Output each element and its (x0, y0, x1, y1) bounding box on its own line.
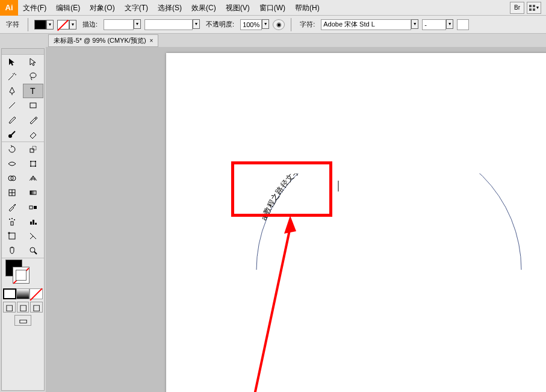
eyedropper-tool[interactable] (2, 200, 22, 214)
rotate-tool[interactable] (2, 142, 22, 157)
svg-rect-7 (30, 103, 36, 108)
slice-tool[interactable] (23, 229, 43, 243)
menu-type[interactable]: 文字(T) (120, 0, 153, 16)
close-tab-icon[interactable]: × (150, 37, 154, 44)
stroke-label: 描边: (80, 20, 100, 29)
column-graph-tool[interactable] (23, 214, 43, 229)
bridge-button[interactable]: Br (510, 2, 524, 14)
font-family-control[interactable]: ▼ (321, 19, 418, 30)
opacity-control[interactable]: ▼ (240, 19, 269, 30)
character-label: 字符 (4, 20, 22, 29)
svg-point-12 (30, 161, 31, 162)
svg-marker-39 (284, 216, 296, 234)
draw-normal[interactable]: ◻ (3, 302, 16, 313)
recolor-artwork-icon[interactable]: ◉ (273, 19, 285, 30)
type-tool[interactable]: T (23, 84, 43, 98)
stroke-color-control[interactable]: ▼ (57, 20, 76, 30)
stroke-weight-control[interactable]: ▼ (104, 19, 141, 30)
pencil-tool[interactable] (23, 113, 43, 127)
menu-window[interactable]: 窗口(W) (255, 0, 290, 16)
tool-panel-grip[interactable] (2, 49, 44, 55)
paintbrush-tool[interactable] (2, 113, 22, 127)
menu-select[interactable]: 选择(S) (153, 0, 187, 16)
document-tab-bar: 未标题-5* @ 99% (CMYK/预览) × (0, 34, 546, 47)
svg-point-27 (14, 219, 15, 220)
color-mode-row (2, 287, 44, 300)
color-mode-solid[interactable] (3, 288, 16, 299)
svg-rect-21 (30, 191, 36, 194)
blob-brush-tool[interactable] (2, 127, 22, 142)
arrange-documents-button[interactable]: ▼ (527, 2, 541, 14)
hand-tool[interactable] (2, 243, 22, 258)
stroke-swatch[interactable] (13, 267, 29, 284)
screen-mode-button[interactable]: ▭ (14, 315, 31, 326)
svg-line-38 (250, 228, 290, 392)
symbol-sprayer-tool[interactable] (2, 214, 22, 229)
color-mode-gradient[interactable] (16, 288, 29, 299)
artboard-tool[interactable] (2, 229, 22, 243)
menu-items: 文件(F) 编辑(E) 对象(O) 文字(T) 选择(S) 效果(C) 视图(V… (18, 0, 324, 16)
mesh-tool[interactable] (2, 185, 22, 200)
svg-rect-2 (529, 8, 532, 11)
menu-file[interactable]: 文件(F) (18, 0, 51, 16)
svg-rect-29 (33, 220, 34, 225)
menu-view[interactable]: 视图(V) (221, 0, 255, 16)
svg-point-13 (35, 161, 36, 162)
menubar: Ai 文件(F) 编辑(E) 对象(O) 文字(T) 选择(S) 效果(C) 视… (0, 0, 546, 16)
line-tool[interactable] (2, 98, 22, 113)
menu-object[interactable]: 对象(O) (85, 0, 119, 16)
eraser-tool[interactable] (23, 127, 43, 142)
svg-point-25 (9, 219, 10, 220)
character-panel-label: 字符: (297, 20, 317, 29)
menu-effect[interactable]: 效果(C) (187, 0, 221, 16)
scale-tool[interactable] (23, 142, 43, 157)
svg-line-35 (34, 252, 37, 254)
svg-rect-24 (11, 222, 13, 225)
menu-edit[interactable]: 编辑(E) (51, 0, 85, 16)
svg-rect-1 (533, 5, 535, 7)
pen-tool[interactable] (2, 84, 22, 98)
direct-selection-tool[interactable] (23, 55, 43, 69)
font-style-control[interactable]: ▼ (422, 19, 453, 30)
svg-text:T: T (30, 86, 36, 96)
svg-rect-23 (34, 206, 37, 209)
svg-rect-28 (30, 222, 32, 225)
variable-width-profile[interactable]: ▼ (144, 19, 200, 30)
svg-rect-0 (529, 5, 532, 7)
menu-help[interactable]: 帮助(H) (290, 0, 324, 16)
document-tab[interactable]: 未标题-5* @ 99% (CMYK/预览) × (48, 34, 158, 47)
blend-tool[interactable] (23, 200, 43, 214)
draw-mode-row: ◻ ◻ ◻ (2, 300, 44, 314)
svg-rect-10 (33, 146, 36, 150)
free-transform-tool[interactable] (23, 157, 43, 171)
draw-behind[interactable]: ◻ (17, 302, 29, 313)
svg-rect-11 (31, 161, 36, 166)
shape-builder-tool[interactable] (2, 171, 22, 185)
gradient-tool[interactable] (23, 185, 43, 200)
app-logo: Ai (0, 0, 18, 16)
svg-point-4 (30, 73, 36, 78)
annotation-arrow (238, 210, 335, 392)
svg-point-34 (30, 247, 35, 252)
color-mode-none[interactable] (29, 288, 43, 299)
svg-rect-9 (30, 149, 34, 152)
tool-panel: T (1, 48, 45, 391)
svg-rect-22 (29, 206, 33, 209)
main-area: T (0, 47, 546, 392)
annotation-highlight-box (231, 161, 332, 217)
lasso-tool[interactable] (23, 69, 43, 84)
fill-color-control[interactable]: ▼ (34, 20, 54, 30)
perspective-grid-tool[interactable] (23, 171, 43, 185)
opacity-label: 不透明度: (203, 20, 237, 29)
draw-inside[interactable]: ◻ (30, 302, 43, 313)
zoom-tool[interactable] (23, 243, 43, 258)
rectangle-tool[interactable] (23, 98, 43, 113)
svg-rect-3 (533, 8, 535, 11)
svg-point-26 (11, 218, 13, 219)
font-size-control[interactable] (457, 19, 469, 30)
fill-stroke-section (2, 258, 44, 287)
canvas-area[interactable]: ai教程之路径文字 (46, 47, 546, 392)
selection-tool[interactable] (2, 55, 22, 69)
width-tool[interactable] (2, 157, 22, 171)
magic-wand-tool[interactable] (2, 69, 22, 84)
